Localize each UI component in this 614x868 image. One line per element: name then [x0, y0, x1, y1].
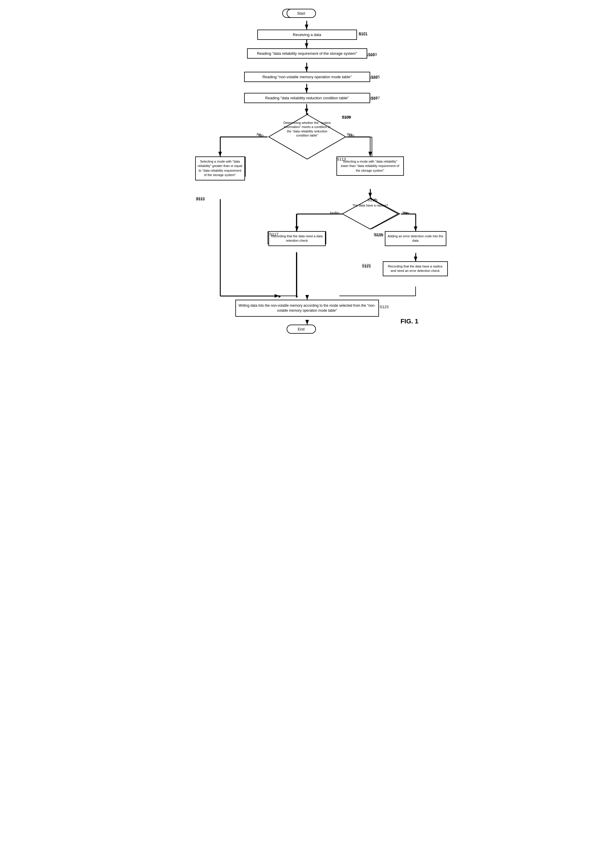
s111-text: Selecting a mode with "data reliability"… — [195, 157, 245, 180]
start-text: Start — [287, 9, 316, 18]
arrow-s109-s111 — [220, 137, 221, 157]
s107-step: S107 — [371, 96, 380, 100]
arrow-s113-s115 — [370, 189, 371, 198]
no1-label-display: No — [259, 133, 264, 138]
s113-node: Selecting a mode with "data reliability"… — [336, 157, 404, 176]
s107-text: Reading "data reliability reduction cond… — [244, 93, 370, 103]
arrow-s111-to-s123 — [220, 296, 279, 296]
s115-step: S115 — [367, 198, 376, 202]
s109-svg: Determining whether the "system informat… — [267, 113, 347, 160]
s109-inner-text: Determining whether the "system informat… — [282, 121, 332, 137]
s123-text: Writing data into the non-volatile memor… — [235, 300, 379, 317]
s119-step: S119 — [374, 232, 382, 237]
fig-label: FIG. 1 — [400, 318, 418, 325]
s109-diamond-node: Determining whether the "system informat… — [267, 113, 347, 161]
s119-text: Adding an error detection code into the … — [385, 231, 446, 246]
arrow-s111-down — [220, 199, 221, 296]
yes2-label-display: Yes — [403, 211, 410, 215]
s107-node: Reading "data reliability reduction cond… — [244, 93, 370, 103]
arrow-s109-s113 — [372, 137, 372, 157]
s115-diamond-node: The data have a replica? — [341, 197, 399, 231]
arrow-s115-no-h — [296, 214, 342, 214]
arrow-s107-s109 — [306, 105, 307, 113]
yes1-label-display: Yes — [348, 133, 354, 138]
arrow-s101-s103 — [306, 40, 307, 48]
s115-svg: The data have a replica? — [341, 197, 399, 230]
s111-node: Selecting a mode with "data reliability"… — [195, 157, 245, 180]
s103-text: Reading "data reliability requirement of… — [247, 48, 367, 59]
arrow-s119-s121 — [416, 253, 416, 262]
arrow-s115-s119 — [416, 214, 416, 231]
start-terminal-node: Start — [287, 9, 316, 18]
end-text: End — [287, 325, 316, 334]
s123-step: S123 — [380, 305, 389, 309]
s101-text: Receiving a data — [257, 29, 357, 40]
s117-step: S117 — [270, 232, 278, 236]
flowchart-diagram: Start Receiving a data S101 Reading "dat… — [193, 6, 421, 328]
arrow-s117-down — [296, 252, 297, 296]
arrow-s105-s107 — [306, 84, 307, 93]
s121-text: Recording that the data have a replica a… — [383, 261, 448, 276]
s109-step: S109 — [342, 115, 351, 119]
s105-step: S105 — [371, 75, 380, 79]
s101-node: Receiving a data — [257, 29, 357, 40]
s101-step: S101 — [359, 31, 367, 36]
s103-step: S103 — [368, 52, 377, 57]
arrow-s115-s117 — [296, 214, 297, 231]
arrow-s103-s105 — [306, 63, 307, 72]
s113-text: Selecting a mode with "data reliability"… — [336, 157, 404, 176]
s121-node: Recording that the data have a replica a… — [383, 261, 448, 276]
s113-step: S113 — [337, 157, 346, 161]
s105-node: Reading "non-volatile memory operation m… — [244, 72, 370, 82]
end-terminal-node: End — [287, 325, 316, 334]
no2-label-display: No — [330, 211, 335, 215]
s123-node: Writing data into the non-volatile memor… — [235, 300, 379, 317]
s115-inner-text: The data have a replica? — [350, 203, 390, 208]
s103-node: Reading "data reliability requirement of… — [247, 48, 367, 59]
arrow-start-s101 — [306, 21, 307, 29]
s105-text: Reading "non-volatile memory operation m… — [244, 72, 370, 82]
s111-step: S111 — [196, 197, 205, 201]
s121-step: S121 — [362, 263, 371, 267]
s119-node: Adding an error detection code into the … — [385, 231, 446, 246]
